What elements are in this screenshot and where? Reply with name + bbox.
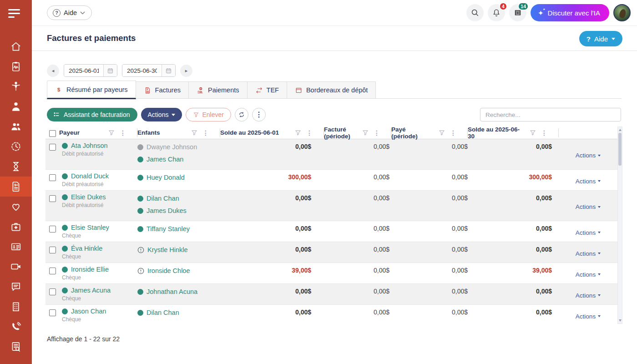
end-date-input[interactable]	[122, 65, 162, 76]
row-actions-button[interactable]: Actions	[576, 289, 601, 302]
billing-assistant-button[interactable]: Assistant de facturation	[47, 108, 137, 121]
row-checkbox[interactable]	[46, 245, 59, 260]
sidebar-item-educator[interactable]	[0, 96, 32, 116]
vertical-scrollbar[interactable]	[617, 126, 622, 324]
sidebar-item-clipboard-activity[interactable]	[0, 56, 32, 76]
schedule-button[interactable]: 14	[509, 4, 526, 21]
notifications-button[interactable]: 4	[488, 4, 505, 21]
sidebar-item-id-card[interactable]	[0, 237, 32, 257]
page-help-label: Aide	[594, 35, 608, 43]
sidebar-item-home[interactable]	[0, 36, 32, 56]
menu-toggle-icon[interactable]	[8, 9, 32, 18]
sidebar-item-clock[interactable]	[0, 136, 32, 157]
filter-icon[interactable]	[108, 130, 115, 136]
payer-link[interactable]: James Acuna	[62, 287, 137, 294]
row-checkbox[interactable]	[46, 287, 59, 302]
page-help-button[interactable]: ? Aide	[579, 31, 622, 46]
child-link[interactable]: Ironside Chloe	[137, 266, 220, 276]
child-link[interactable]: Tiffany Stanley	[137, 224, 220, 234]
row-actions-button[interactable]: Actions	[576, 226, 601, 239]
column-header-0[interactable]: Payeur ⋮	[59, 128, 137, 137]
payer-link[interactable]: Ironside Ellie	[62, 266, 137, 273]
remove-filter-button[interactable]: Enlever	[186, 108, 231, 121]
sidebar-item-people[interactable]	[0, 116, 32, 136]
payer-link[interactable]: Donald Duck	[62, 172, 137, 180]
filter-icon[interactable]	[191, 130, 197, 136]
child-link[interactable]: Krystle Hinkle	[137, 245, 220, 255]
child-link[interactable]: Dilan Chan	[137, 193, 220, 204]
previous-period-button[interactable]: ◂	[47, 65, 59, 77]
scroll-down-icon[interactable]	[619, 319, 622, 322]
row-actions-button[interactable]: Actions	[576, 144, 601, 167]
column-menu-icon[interactable]: ⋮	[541, 129, 547, 136]
child-link[interactable]: Huey Donald	[137, 172, 220, 183]
sidebar-item-hourglass[interactable]	[0, 157, 32, 177]
column-header-3[interactable]: Facturé (période) ⋮	[324, 128, 391, 137]
row-checkbox[interactable]	[46, 142, 59, 167]
row-checkbox[interactable]	[46, 172, 59, 187]
row-actions-button[interactable]: Actions	[576, 247, 601, 260]
payer-link[interactable]: Éva Hinkle	[62, 245, 137, 252]
next-period-button[interactable]: ▸	[180, 65, 192, 77]
filter-icon[interactable]	[295, 130, 301, 136]
row-checkbox[interactable]	[46, 308, 59, 323]
sidebar-item-first-aid[interactable]	[0, 217, 32, 237]
tab-factures[interactable]: $Factures	[136, 81, 189, 99]
refresh-button[interactable]	[235, 108, 248, 121]
child-link[interactable]: Dilan Chan	[137, 308, 220, 318]
user-avatar[interactable]	[613, 4, 631, 21]
child-link[interactable]: James Dukes	[137, 206, 220, 216]
sidebar-item-video[interactable]	[0, 257, 32, 277]
select-all-checkbox[interactable]	[46, 128, 59, 137]
start-date-input[interactable]	[64, 65, 103, 76]
sidebar-item-report[interactable]	[0, 337, 32, 357]
payer-link[interactable]: Elsie Stanley	[62, 224, 137, 231]
sidebar-item-child[interactable]	[0, 76, 32, 96]
row-checkbox[interactable]	[46, 193, 59, 218]
more-options-button[interactable]: ⋮	[252, 108, 266, 121]
child-link[interactable]: Johnathan Acuna	[137, 287, 220, 297]
column-menu-icon[interactable]: ⋮	[120, 129, 126, 136]
end-date-calendar-button[interactable]	[162, 65, 175, 76]
row-checkbox[interactable]	[46, 266, 59, 281]
paid-amount: 0,00$	[391, 172, 468, 187]
payer-link[interactable]: Jason Chan	[62, 308, 137, 315]
sidebar-item-chat[interactable]	[0, 277, 32, 297]
column-menu-icon[interactable]: ⋮	[202, 129, 209, 136]
table-search-input[interactable]	[480, 108, 621, 121]
payer-link[interactable]: Ata Johnson	[62, 142, 137, 149]
scrollbar-thumb[interactable]	[618, 133, 622, 166]
sidebar-item-invoice[interactable]: $	[0, 177, 32, 197]
help-dropdown[interactable]: ? Aide	[47, 5, 92, 20]
actions-dropdown-button[interactable]: Actions	[141, 108, 182, 121]
tab-bordereaux-de-d-p-t[interactable]: Bordereaux de dépôt	[287, 81, 376, 99]
payer-link[interactable]: Elsie Dukes	[62, 193, 137, 201]
column-menu-icon[interactable]: ⋮	[450, 129, 456, 136]
scroll-up-icon[interactable]	[619, 129, 622, 131]
column-header-4[interactable]: Payé (période) ⋮	[391, 128, 468, 137]
column-menu-icon[interactable]: ⋮	[374, 129, 380, 136]
tab-tef[interactable]: TEF	[248, 81, 287, 99]
column-header-2[interactable]: Solde au 2025-06-01 ⋮	[220, 128, 324, 137]
tab-paiements[interactable]: $Paiements	[189, 81, 248, 99]
column-header-5[interactable]: Solde au 2025-06-30 ⋮	[468, 128, 559, 137]
sidebar-item-heart[interactable]	[0, 197, 32, 217]
column-menu-icon[interactable]: ⋮	[306, 129, 313, 136]
column-header-1[interactable]: Enfants ⋮	[137, 128, 220, 137]
sidebar-item-building[interactable]	[0, 297, 32, 317]
row-actions-button[interactable]: Actions	[576, 310, 601, 323]
tab-r-sum-par-payeurs[interactable]: $Résumé par payeurs	[47, 81, 136, 99]
child-link[interactable]: Dwayne Johnson	[137, 142, 220, 152]
filter-icon[interactable]	[439, 130, 445, 136]
filter-icon[interactable]	[362, 130, 369, 136]
row-actions-button[interactable]: Actions	[576, 268, 601, 281]
search-button[interactable]	[466, 4, 484, 21]
row-checkbox[interactable]	[46, 224, 59, 239]
filter-icon[interactable]	[530, 130, 536, 136]
row-actions-button[interactable]: Actions	[576, 196, 601, 218]
sidebar-item-phone[interactable]	[0, 317, 32, 337]
chat-ai-button[interactable]: ✦ Discuter avec l'IA	[531, 4, 609, 21]
start-date-calendar-button[interactable]	[103, 65, 117, 76]
row-actions-button[interactable]: Actions	[576, 175, 601, 187]
child-link[interactable]: James Chan	[137, 154, 220, 165]
